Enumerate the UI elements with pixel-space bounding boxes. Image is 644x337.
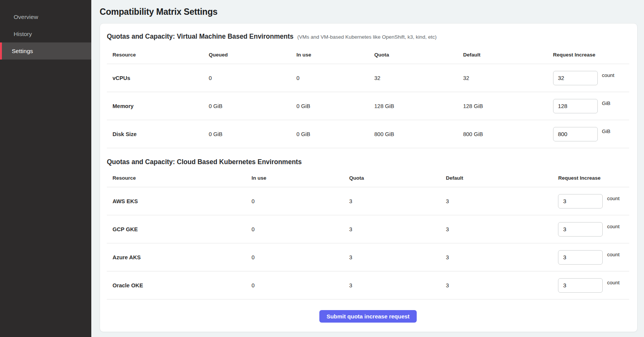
submit-row: Submit quota increase request xyxy=(107,299,629,323)
resource-name: Disk Size xyxy=(107,131,209,137)
cell-value: 128 GiB xyxy=(374,103,463,109)
table-row: vCPUs003232count xyxy=(107,64,629,92)
cell-value: 3 xyxy=(446,226,558,232)
page-title: Compatibility Matrix Settings xyxy=(100,7,638,17)
cell-value: 0 GiB xyxy=(297,131,374,137)
sidebar-item-label: Overview xyxy=(14,14,38,20)
cell-value: 3 xyxy=(349,226,446,232)
request-increase-cell: count xyxy=(558,194,629,208)
column-header: Resource xyxy=(107,175,252,181)
cell-value: 0 xyxy=(252,226,349,232)
submit-quota-button[interactable]: Submit quota increase request xyxy=(319,310,417,323)
sidebar-item-label: Settings xyxy=(12,48,33,55)
resource-name: vCPUs xyxy=(107,75,209,81)
settings-card: Quotas and Capacity: Virtual Machine Bas… xyxy=(100,23,638,332)
section-header: Quotas and Capacity: Virtual Machine Bas… xyxy=(107,33,629,41)
quota-section: Quotas and Capacity: Virtual Machine Bas… xyxy=(107,33,629,148)
table-row: Memory0 GiB0 GiB128 GiB128 GiBGiB xyxy=(107,92,629,120)
column-header: Request Increase xyxy=(558,175,629,181)
resource-name: AWS EKS xyxy=(107,198,252,204)
section-title: Quotas and Capacity: Virtual Machine Bas… xyxy=(107,33,294,41)
request-increase-cell: GiB xyxy=(553,99,629,113)
request-increase-input[interactable] xyxy=(558,222,603,237)
unit-label: GiB xyxy=(602,129,611,134)
resource-name: GCP GKE xyxy=(107,226,252,232)
quota-table: ResourceIn useQuotaDefaultRequest Increa… xyxy=(107,169,629,299)
cell-value: 0 xyxy=(209,75,297,81)
cell-value: 3 xyxy=(446,254,558,260)
cell-value: 0 xyxy=(252,254,349,260)
table-header-row: ResourceIn useQuotaDefaultRequest Increa… xyxy=(107,169,629,187)
cell-value: 800 GiB xyxy=(463,131,553,137)
cell-value: 3 xyxy=(446,198,558,204)
request-increase-input[interactable] xyxy=(553,99,598,113)
section-header: Quotas and Capacity: Cloud Based Kuberne… xyxy=(107,158,629,166)
unit-label: count xyxy=(602,72,614,78)
app-window: OverviewHistorySettings Compatibility Ma… xyxy=(0,0,644,337)
request-increase-input[interactable] xyxy=(558,194,603,208)
unit-label: count xyxy=(607,280,619,285)
cell-value: 3 xyxy=(446,282,558,288)
request-increase-input[interactable] xyxy=(558,250,603,265)
cell-value: 32 xyxy=(374,75,463,81)
resource-name: Memory xyxy=(107,103,209,109)
cell-value: 0 xyxy=(252,282,349,288)
request-increase-input[interactable] xyxy=(558,278,603,293)
request-increase-cell: count xyxy=(553,71,629,85)
request-increase-cell: GiB xyxy=(553,127,629,141)
unit-label: count xyxy=(607,252,619,257)
request-increase-input[interactable] xyxy=(553,127,598,141)
column-header: Quota xyxy=(349,175,446,181)
quota-table: ResourceQueuedIn useQuotaDefaultRequest … xyxy=(107,46,629,148)
request-increase-cell: count xyxy=(558,250,629,265)
sidebar-item-overview[interactable]: Overview xyxy=(0,8,91,25)
cell-value: 0 GiB xyxy=(209,131,297,137)
column-header: Queued xyxy=(209,52,297,58)
cell-value: 0 GiB xyxy=(297,103,374,109)
column-header: Quota xyxy=(374,52,463,58)
request-increase-cell: count xyxy=(558,222,629,237)
cell-value: 0 xyxy=(297,75,374,81)
table-row: GCP GKE033count xyxy=(107,215,629,243)
cell-value: 32 xyxy=(463,75,553,81)
resource-name: Azure AKS xyxy=(107,254,252,260)
quota-section: Quotas and Capacity: Cloud Based Kuberne… xyxy=(107,158,629,299)
section-subtitle: (VMs and VM-based Kubernetes like OpenSh… xyxy=(297,34,437,40)
unit-label: count xyxy=(607,196,619,201)
table-header-row: ResourceQueuedIn useQuotaDefaultRequest … xyxy=(107,46,629,64)
cell-value: 800 GiB xyxy=(374,131,463,137)
resource-name: Oracle OKE xyxy=(107,282,252,288)
column-header: Request Increase xyxy=(553,52,629,58)
column-header: In use xyxy=(252,175,349,181)
sidebar-item-history[interactable]: History xyxy=(0,25,91,42)
request-increase-input[interactable] xyxy=(553,71,598,85)
column-header: Resource xyxy=(107,52,209,58)
cell-value: 0 GiB xyxy=(209,103,297,109)
table-row: Disk Size0 GiB0 GiB800 GiB800 GiBGiB xyxy=(107,120,629,148)
cell-value: 3 xyxy=(349,282,446,288)
section-title: Quotas and Capacity: Cloud Based Kuberne… xyxy=(107,158,302,166)
table-row: AWS EKS033count xyxy=(107,187,629,215)
table-row: Oracle OKE033count xyxy=(107,271,629,299)
sidebar: OverviewHistorySettings xyxy=(0,0,91,337)
main-content: Compatibility Matrix Settings Quotas and… xyxy=(91,0,644,337)
cell-value: 128 GiB xyxy=(463,103,553,109)
quota-sections: Quotas and Capacity: Virtual Machine Bas… xyxy=(107,33,629,299)
column-header: Default xyxy=(463,52,553,58)
request-increase-cell: count xyxy=(558,278,629,293)
cell-value: 0 xyxy=(252,198,349,204)
unit-label: count xyxy=(607,224,619,229)
unit-label: GiB xyxy=(602,100,611,106)
cell-value: 3 xyxy=(349,254,446,260)
table-row: Azure AKS033count xyxy=(107,243,629,271)
column-header: In use xyxy=(297,52,374,58)
column-header: Default xyxy=(446,175,558,181)
sidebar-item-settings[interactable]: Settings xyxy=(0,42,91,60)
sidebar-item-label: History xyxy=(14,31,32,38)
cell-value: 3 xyxy=(349,198,446,204)
